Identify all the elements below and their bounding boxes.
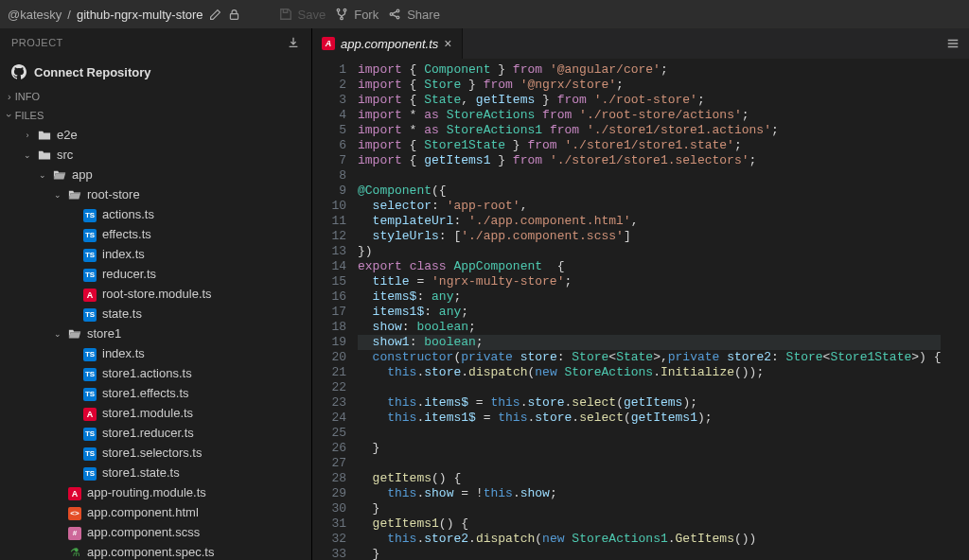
pencil-icon[interactable] — [209, 8, 222, 21]
code-line[interactable] — [358, 380, 941, 395]
tree-item-label: app.component.scss — [87, 525, 200, 539]
files-section-header[interactable]: › FILES — [0, 106, 311, 125]
code-line[interactable]: constructor(private store: Store<State>,… — [358, 350, 941, 365]
folder-row[interactable]: ⌄root-store — [0, 184, 311, 204]
tree-item-label: state.ts — [102, 306, 142, 321]
share-button[interactable]: Share — [388, 8, 440, 22]
tree-item-label: e2e — [57, 128, 78, 142]
owner-name[interactable]: @katesky — [8, 8, 62, 22]
line-number: 7 — [312, 153, 346, 168]
folder-row[interactable]: ⌄app — [0, 165, 311, 184]
project-path: @katesky / github-ngrx-multy-store — [8, 8, 241, 22]
code-line[interactable] — [358, 456, 941, 471]
code-content[interactable]: import { Component } from '@angular/core… — [358, 59, 941, 560]
code-line[interactable]: import { Store } from '@ngrx/store'; — [358, 78, 941, 93]
share-icon — [388, 8, 401, 21]
file-row[interactable]: #app.component.scss — [0, 522, 311, 542]
code-line[interactable]: selector: 'app-root', — [358, 199, 941, 214]
code-line[interactable]: this.store2.dispatch(new StoreActions1.G… — [358, 532, 941, 547]
code-line[interactable]: show: boolean; — [358, 320, 941, 335]
file-row[interactable]: TSactions.ts — [0, 204, 311, 224]
file-row[interactable]: TSstore1.effects.ts — [0, 383, 311, 403]
code-line[interactable]: this.items1$ = this.store.select(getItem… — [358, 411, 941, 426]
code-line[interactable]: }) — [358, 244, 941, 259]
code-line[interactable]: } — [358, 547, 941, 560]
ng-icon: A — [83, 287, 97, 302]
folder-row[interactable]: ›e2e — [0, 125, 311, 145]
code-line[interactable]: import { Component } from '@angular/core… — [358, 62, 941, 78]
line-number: 30 — [312, 501, 346, 516]
line-number: 22 — [312, 380, 346, 395]
file-row[interactable]: TSstore1.reducer.ts — [0, 423, 311, 443]
code-line[interactable]: this.items$ = this.store.select(getItems… — [358, 395, 941, 411]
file-row[interactable]: Aapp-routing.module.ts — [0, 482, 311, 502]
connect-repository-label: Connect Repository — [34, 65, 151, 79]
file-row[interactable]: TSstore1.selectors.ts — [0, 443, 311, 463]
file-row[interactable]: TSindex.ts — [0, 244, 311, 264]
file-row[interactable]: Aroot-store.module.ts — [0, 284, 311, 304]
ts-icon: TS — [83, 385, 97, 401]
code-line[interactable]: @Component({ — [358, 184, 941, 199]
code-line[interactable]: templateUrl: './app.component.html', — [358, 214, 941, 229]
file-row[interactable]: TSstore1.actions.ts — [0, 363, 311, 383]
code-line[interactable] — [358, 426, 941, 441]
file-row[interactable]: TSstate.ts — [0, 304, 311, 324]
repo-name[interactable]: github-ngrx-multy-store — [77, 8, 203, 22]
folder-row[interactable]: ⌄store1 — [0, 324, 311, 343]
code-line[interactable]: this.show = !this.show; — [358, 486, 941, 501]
file-row[interactable]: TSstore1.state.ts — [0, 463, 311, 482]
code-line[interactable]: import { Store1State } from './store1/st… — [358, 138, 941, 153]
svg-point-1 — [337, 9, 340, 11]
code-line[interactable]: import { getItems1 } from './store1/stor… — [358, 153, 941, 168]
line-number: 32 — [312, 532, 346, 547]
code-line[interactable]: title = 'ngrx-multy-store'; — [358, 274, 941, 289]
lock-icon[interactable] — [228, 8, 241, 21]
tab-overflow-button[interactable] — [937, 37, 969, 50]
fork-button[interactable]: Fork — [335, 8, 379, 22]
file-row[interactable]: TSeffects.ts — [0, 224, 311, 244]
code-line[interactable]: items$: any; — [358, 289, 941, 305]
close-icon[interactable]: × — [444, 36, 451, 51]
code-line[interactable]: getItems() { — [358, 471, 941, 486]
line-number: 28 — [312, 471, 346, 486]
code-line[interactable]: items1$: any; — [358, 305, 941, 320]
info-section-header[interactable]: › INFO — [0, 87, 311, 106]
line-number: 1 — [312, 62, 346, 78]
code-line[interactable]: this.store.dispatch(new StoreActions.Ini… — [358, 365, 941, 380]
code-line[interactable] — [358, 168, 941, 184]
code-line[interactable]: import * as StoreActions1 from './store1… — [358, 123, 941, 138]
folder-open-icon — [68, 327, 81, 341]
code-line[interactable]: } — [358, 501, 941, 516]
code-line[interactable]: import { State, getItems } from './root-… — [358, 93, 941, 108]
download-icon[interactable] — [287, 36, 300, 49]
code-line[interactable]: styleUrls: ['./app.component.scss'] — [358, 229, 941, 244]
ts-icon: TS — [83, 266, 97, 282]
file-row[interactable]: TSreducer.ts — [0, 264, 311, 284]
code-line[interactable]: getItems1() { — [358, 516, 941, 532]
file-row[interactable]: TSindex.ts — [0, 343, 311, 363]
chevron-right-icon: › — [23, 131, 32, 140]
ts-icon: TS — [83, 246, 97, 262]
chevron-down-icon: ⌄ — [53, 190, 62, 200]
line-number: 17 — [312, 305, 346, 320]
line-number: 4 — [312, 108, 346, 123]
file-row[interactable]: ⚗app.component.spec.ts — [0, 542, 311, 560]
tree-item-label: index.ts — [102, 346, 145, 360]
tree-item-label: index.ts — [102, 247, 145, 261]
info-label: INFO — [15, 91, 40, 102]
code-line[interactable]: } — [358, 441, 941, 456]
code-area[interactable]: 1234567891011121314151617181920212223242… — [312, 59, 969, 560]
folder-row[interactable]: ⌄src — [0, 145, 311, 165]
save-button[interactable]: Save — [279, 8, 326, 22]
code-line[interactable]: show1: boolean; — [358, 335, 941, 350]
file-row[interactable]: Astore1.module.ts — [0, 403, 311, 423]
ts-icon: TS — [83, 306, 97, 322]
file-row[interactable]: <>app.component.html — [0, 502, 311, 522]
ts-icon: TS — [83, 345, 97, 361]
line-number: 19 — [312, 335, 346, 350]
code-line[interactable]: export class AppComponent { — [358, 259, 941, 274]
ts-icon: TS — [83, 464, 97, 481]
code-line[interactable]: import * as StoreActions from './root-st… — [358, 108, 941, 123]
tab-app-component-ts[interactable]: A app.component.ts × — [312, 28, 463, 59]
connect-repository[interactable]: Connect Repository — [0, 57, 311, 87]
